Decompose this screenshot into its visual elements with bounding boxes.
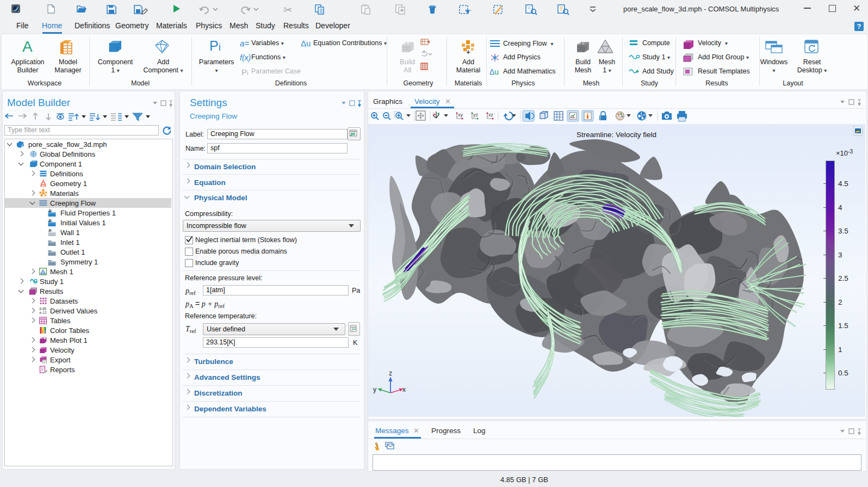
svg-text:x: x [402,386,406,393]
svg-text:xy: xy [458,112,463,118]
svg-text:y: y [373,386,376,393]
svg-text:xz: xz [488,112,494,118]
svg-text:D: D [49,209,52,213]
svg-text:✂: ✂ [283,4,293,16]
svg-text:D: D [49,229,52,232]
svg-text:e-12: e-12 [40,311,47,315]
svg-text:D: D [49,219,52,223]
svg-text:8.85: 8.85 [40,307,47,311]
svg-text:yz: yz [473,112,479,118]
svg-text:z: z [389,369,392,377]
